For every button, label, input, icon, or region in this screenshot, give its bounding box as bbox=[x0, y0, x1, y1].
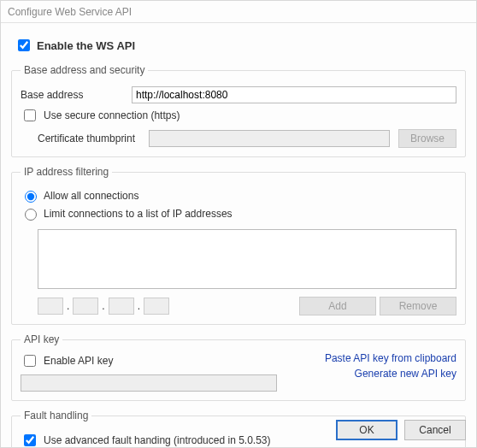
limit-row: Limit connections to a list of IP addres… bbox=[21, 206, 456, 221]
ip-octet-3 bbox=[109, 298, 134, 315]
use-https-checkbox[interactable] bbox=[24, 109, 36, 121]
browse-button: Browse bbox=[398, 129, 456, 148]
add-ip-button: Add bbox=[299, 297, 376, 315]
advanced-fault-checkbox[interactable] bbox=[24, 434, 36, 446]
paste-apikey-link[interactable]: Paste API key from clipboard bbox=[325, 352, 456, 364]
use-https-label: Use secure connection (https) bbox=[44, 109, 180, 121]
window-title: Configure Web Service API bbox=[1, 1, 476, 23]
cancel-button[interactable]: Cancel bbox=[404, 420, 466, 440]
remove-ip-button: Remove bbox=[380, 297, 456, 315]
enable-apikey-checkbox[interactable] bbox=[24, 355, 36, 367]
enable-api-checkbox[interactable] bbox=[18, 39, 30, 51]
ip-list-textarea bbox=[38, 229, 456, 289]
cert-thumbprint-label: Certificate thumbprint bbox=[38, 133, 149, 144]
allow-all-row: Allow all connections bbox=[21, 188, 456, 203]
cert-thumbprint-input bbox=[149, 130, 390, 147]
base-address-row: Base address bbox=[21, 86, 456, 103]
base-security-group: Base address and security Base address U… bbox=[11, 64, 466, 157]
generate-apikey-link[interactable]: Generate new API key bbox=[355, 368, 456, 380]
allow-all-label: Allow all connections bbox=[44, 190, 138, 202]
ip-actions-row: . . . Add Remove bbox=[38, 297, 456, 315]
api-key-group: API key Enable API key Paste API key fro… bbox=[11, 333, 466, 401]
dialog-footer: OK Cancel bbox=[336, 420, 466, 440]
fault-handling-legend: Fault handling bbox=[21, 410, 91, 421]
ip-octet-2 bbox=[73, 298, 98, 315]
enable-apikey-label: Enable API key bbox=[44, 355, 113, 367]
enable-api-label: Enable the WS API bbox=[37, 39, 135, 52]
dialog-window: Configure Web Service API Enable the WS … bbox=[0, 0, 477, 448]
api-key-legend: API key bbox=[21, 333, 62, 345]
ip-filter-legend: IP address filtering bbox=[21, 166, 112, 178]
use-https-row: Use secure connection (https) bbox=[21, 107, 456, 124]
ip-octet-1 bbox=[38, 298, 63, 315]
ok-button[interactable]: OK bbox=[336, 420, 398, 440]
api-key-links: Paste API key from clipboard Generate ne… bbox=[325, 352, 456, 392]
enable-api-row: Enable the WS API bbox=[15, 37, 466, 54]
api-key-block: Enable API key Paste API key from clipbo… bbox=[21, 352, 456, 392]
base-address-label: Base address bbox=[21, 89, 132, 101]
ip-filter-group: IP address filtering Allow all connectio… bbox=[11, 166, 466, 325]
limit-label: Limit connections to a list of IP addres… bbox=[44, 208, 233, 220]
advanced-fault-label: Use advanced fault handing (introduced i… bbox=[44, 434, 271, 446]
ip-octet-4 bbox=[144, 298, 169, 315]
base-address-input[interactable] bbox=[132, 86, 456, 103]
base-security-legend: Base address and security bbox=[21, 64, 148, 76]
apikey-input bbox=[21, 374, 277, 392]
dialog-content: Enable the WS API Base address and secur… bbox=[1, 23, 476, 448]
ip-list-container: . . . Add Remove bbox=[38, 224, 456, 315]
ip-octets: . . . bbox=[38, 298, 169, 315]
allow-all-radio[interactable] bbox=[25, 191, 37, 203]
enable-apikey-row: Enable API key bbox=[21, 352, 325, 369]
limit-radio[interactable] bbox=[25, 209, 37, 221]
cert-thumbprint-row: Certificate thumbprint Browse bbox=[38, 129, 456, 148]
